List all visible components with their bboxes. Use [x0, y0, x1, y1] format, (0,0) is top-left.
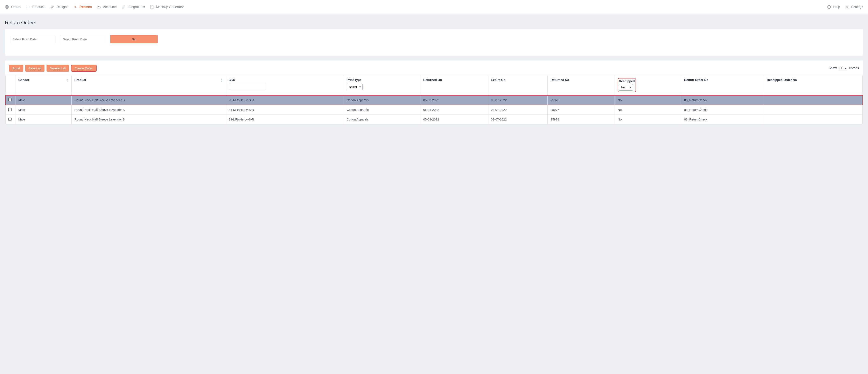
- reshipped-filter[interactable]: No: [619, 84, 633, 91]
- table-row[interactable]: MaleRound Neck Half Sleeve Lavender S83-…: [5, 105, 863, 115]
- nav-products[interactable]: Products: [26, 5, 45, 9]
- page-size-select[interactable]: 50: [839, 66, 847, 70]
- cell-product: Round Neck Half Sleeve Lavender S: [71, 115, 226, 124]
- cell-expire-on: 03-07-2022: [488, 105, 548, 115]
- deselect-all-button[interactable]: Deselect all: [46, 65, 69, 72]
- col-header-returned-no: Returned No: [548, 75, 615, 95]
- nav-returns[interactable]: Returns: [73, 5, 92, 9]
- nav-label: MockUp Generator: [156, 5, 184, 9]
- nav-label: Orders: [11, 5, 21, 9]
- sort-icon: ▲▼: [220, 78, 223, 82]
- pencil-icon: [50, 5, 54, 9]
- cell-sku: 83-MRnHs-Lv-S-R: [226, 105, 344, 115]
- svg-point-7: [27, 8, 27, 8]
- cell-reshipped-order-no: [764, 115, 863, 124]
- cell-return-order-no: 83_ReturnCheck: [681, 95, 764, 105]
- entries-label: entries: [849, 66, 859, 70]
- row-checkbox-cell[interactable]: [5, 105, 16, 115]
- cell-product: Round Neck Half Sleeve Lavender S: [71, 105, 226, 115]
- reshipped-filter-highlight: Reshipped No: [618, 78, 636, 92]
- info-icon: [827, 5, 831, 9]
- from-date-input[interactable]: [10, 35, 55, 43]
- col-header-gender[interactable]: Gender ▲▼: [16, 75, 72, 95]
- svg-point-5: [27, 7, 27, 7]
- cell-return-order-no: 83_ReturnCheck: [681, 115, 764, 124]
- nav-left: Orders Products Designs Returns Accounts…: [5, 5, 827, 9]
- expand-icon: [150, 5, 154, 9]
- nav-orders[interactable]: Orders: [5, 5, 21, 9]
- cell-product: Round Neck Half Sleeve Lavender S: [71, 95, 226, 105]
- toolbar-left: Excel Select all Deselect all Create Ord…: [9, 65, 97, 72]
- go-button[interactable]: Go: [110, 35, 158, 43]
- cell-returned-on: 05-03-2022: [420, 95, 488, 105]
- nav-integrations[interactable]: Integrations: [121, 5, 145, 9]
- cell-print-type: Cotton Apparels: [344, 95, 420, 105]
- col-header-reshipped-order-no: Reshipped Order No: [764, 75, 863, 95]
- cell-returned-on: 05-03-2022: [420, 105, 488, 115]
- col-header-expire-on: Expire On: [488, 75, 548, 95]
- nav-label: Designs: [56, 5, 68, 9]
- link-icon: [121, 5, 126, 9]
- cell-reshipped-order-no: [764, 95, 863, 105]
- cell-returned-no: 25978: [548, 115, 615, 124]
- select-all-button[interactable]: Select all: [25, 65, 44, 72]
- cell-print-type: Cotton Apparels: [344, 105, 420, 115]
- cell-sku: 83-MRnHs-Lv-S-R: [226, 115, 344, 124]
- cell-reshipped: No: [615, 115, 681, 124]
- create-order-button[interactable]: Create Order: [71, 65, 97, 72]
- nav-mockup[interactable]: MockUp Generator: [150, 5, 184, 9]
- cell-print-type: Cotton Apparels: [344, 115, 420, 124]
- col-header-sku: SKU: [226, 75, 344, 95]
- col-header-reshipped: Reshipped No: [615, 75, 681, 95]
- col-header-return-order-no: Return Order No: [681, 75, 764, 95]
- to-date-input[interactable]: [60, 35, 105, 43]
- list-icon: [26, 5, 30, 9]
- toolbar: Excel Select all Deselect all Create Ord…: [5, 65, 863, 75]
- nav-label: Help: [833, 5, 840, 9]
- cell-reshipped: No: [615, 95, 681, 105]
- gear-icon: [845, 5, 849, 9]
- printer-icon: [5, 5, 9, 9]
- nav-label: Settings: [851, 5, 863, 9]
- row-checkbox[interactable]: [8, 98, 11, 101]
- nav-label: Integrations: [128, 5, 145, 9]
- nav-settings[interactable]: Settings: [845, 5, 863, 9]
- folder-icon: [97, 5, 101, 9]
- row-checkbox[interactable]: [8, 108, 11, 111]
- cell-reshipped-order-no: [764, 105, 863, 115]
- page-title: Return Orders: [0, 14, 868, 29]
- cell-expire-on: 03-07-2022: [488, 115, 548, 124]
- nav-label: Products: [32, 5, 45, 9]
- toolbar-right: Show 50 entries: [829, 66, 859, 70]
- svg-point-12: [846, 7, 848, 8]
- col-header-checkbox: [5, 75, 16, 95]
- table-row[interactable]: MaleRound Neck Half Sleeve Lavender S83-…: [5, 95, 863, 105]
- cell-gender: Male: [16, 95, 72, 105]
- cell-return-order-no: 83_ReturnCheck: [681, 105, 764, 115]
- row-checkbox[interactable]: [8, 118, 11, 121]
- row-checkbox-cell[interactable]: [5, 95, 16, 105]
- cell-gender: Male: [16, 105, 72, 115]
- nav-help[interactable]: Help: [827, 5, 840, 9]
- cell-returned-no: 25977: [548, 105, 615, 115]
- nav-accounts[interactable]: Accounts: [97, 5, 117, 9]
- nav-right: Help Settings: [827, 5, 863, 9]
- cell-sku: 83-MRnHs-Lv-S-R: [226, 95, 344, 105]
- cell-returned-on: 05-03-2022: [420, 115, 488, 124]
- excel-button[interactable]: Excel: [9, 65, 23, 72]
- nav-designs[interactable]: Designs: [50, 5, 68, 9]
- cell-expire-on: 03-07-2022: [488, 95, 548, 105]
- table-row[interactable]: MaleRound Neck Half Sleeve Lavender S83-…: [5, 115, 863, 124]
- nav-label: Returns: [80, 5, 92, 9]
- col-header-print-type: Print Type Select: [344, 75, 420, 95]
- filter-panel: Go: [5, 29, 863, 56]
- nav-label: Accounts: [103, 5, 117, 9]
- cell-reshipped: No: [615, 105, 681, 115]
- col-header-product[interactable]: Product ▲▼: [71, 75, 226, 95]
- row-checkbox-cell[interactable]: [5, 115, 16, 124]
- top-nav: Orders Products Designs Returns Accounts…: [0, 0, 868, 14]
- sku-filter-input[interactable]: [229, 84, 266, 90]
- print-type-filter[interactable]: Select: [347, 84, 363, 90]
- show-label: Show: [829, 66, 837, 70]
- col-header-returned-on: Returned On: [420, 75, 488, 95]
